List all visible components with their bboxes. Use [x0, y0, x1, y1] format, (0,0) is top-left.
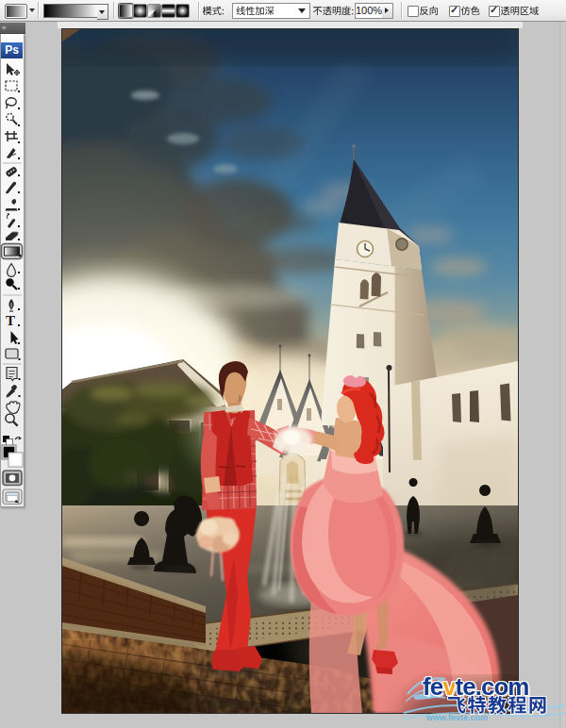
svg-text:T: T — [6, 313, 15, 328]
